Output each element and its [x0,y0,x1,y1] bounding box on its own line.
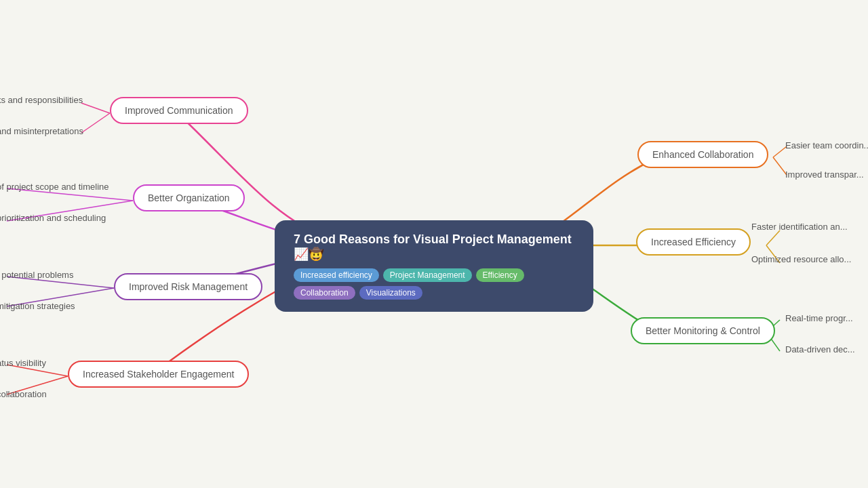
svg-line-9 [773,157,787,175]
node-efficiency[interactable]: Increased Efficiency [636,228,751,256]
leaf-org2: prioritization and scheduling [0,213,106,223]
leaf-collab1: Easier team coordin... [785,140,868,150]
leaf-risk2: mitigation strategies [0,301,75,311]
svg-line-0 [81,103,110,113]
tag-collaboration[interactable]: Collaboration [294,286,355,300]
svg-line-10 [766,230,780,245]
leaf-stake1: atus visibility [0,358,46,368]
center-title: 7 Good Reasons for Visual Project Manage… [294,232,574,262]
tag-efficiency[interactable]: Efficiency [476,268,524,282]
leaf-risk1: f potential problems [0,270,73,280]
svg-line-1 [81,113,110,133]
node-risk-management[interactable]: Improved Risk Management [114,273,262,300]
leaf-stake2: collaboration [0,389,47,399]
node-stakeholder[interactable]: Increased Stakeholder Engagement [68,361,249,388]
tag-visualizations[interactable]: Visualizations [359,286,422,300]
leaf-eff2: Optimized resource allo... [751,254,851,264]
leaf-comm1: ks and responsibilities [0,95,83,105]
svg-line-8 [773,146,787,157]
node-communication[interactable]: Improved Communication [110,97,248,124]
node-collaboration[interactable]: Enhanced Collaboration [637,141,768,168]
leaf-mon2: Data-driven dec... [785,344,855,354]
leaf-org1: of project scope and timeline [0,182,108,192]
node-monitoring[interactable]: Better Monitoring & Control [631,317,775,344]
center-tags: Increased efficiency Project Management … [294,268,574,300]
center-node[interactable]: 7 Good Reasons for Visual Project Manage… [275,220,593,312]
tag-increased-efficiency[interactable]: Increased efficiency [294,268,379,282]
node-organization[interactable]: Better Organization [133,184,245,211]
tag-project-management[interactable]: Project Management [383,268,472,282]
leaf-mon1: Real-time progr... [785,313,853,323]
leaf-comm2: and misinterpretations [0,126,83,136]
leaf-collab2: Improved transpar... [785,169,864,180]
leaf-eff1: Faster identification an... [751,222,848,232]
